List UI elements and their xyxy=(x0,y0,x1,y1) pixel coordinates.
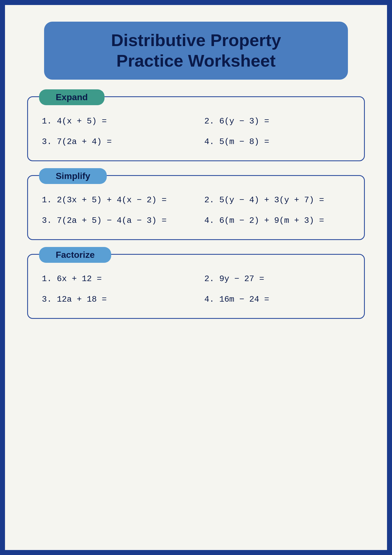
expand-section: Expand 1. 4(x + 5) = 2. 6(y − 3) = 3. 7(… xyxy=(27,96,365,161)
factorize-header: Factorize xyxy=(39,247,111,263)
title-banner: Distributive Property Practice Worksheet xyxy=(44,22,348,80)
page-title: Distributive Property Practice Worksheet xyxy=(66,30,326,71)
simplify-problem-3: 3. 7(2a + 5) − 4(a − 3) = xyxy=(42,216,188,225)
simplify-problem-2: 2. 5(y − 4) + 3(y + 7) = xyxy=(204,195,350,205)
factorize-problem-1: 1. 6x + 12 = xyxy=(42,274,188,284)
simplify-problem-1: 1. 2(3x + 5) + 4(x − 2) = xyxy=(42,195,188,205)
simplify-header: Simplify xyxy=(39,168,107,184)
expand-header: Expand xyxy=(39,89,105,105)
factorize-problem-3: 3. 12a + 18 = xyxy=(42,295,188,304)
expand-problems-grid: 1. 4(x + 5) = 2. 6(y − 3) = 3. 7(2a + 4)… xyxy=(42,117,350,147)
worksheet-page: Distributive Property Practice Worksheet… xyxy=(0,0,392,555)
expand-problem-4: 4. 5(m − 8) = xyxy=(204,137,350,147)
simplify-section: Simplify 1. 2(3x + 5) + 4(x − 2) = 2. 5(… xyxy=(27,175,365,240)
factorize-problem-2: 2. 9y − 27 = xyxy=(204,274,350,284)
simplify-problem-4: 4. 6(m − 2) + 9(m + 3) = xyxy=(204,216,350,225)
simplify-problems-grid: 1. 2(3x + 5) + 4(x − 2) = 2. 5(y − 4) + … xyxy=(42,195,350,225)
expand-problem-2: 2. 6(y − 3) = xyxy=(204,117,350,126)
expand-problem-1: 1. 4(x + 5) = xyxy=(42,117,188,126)
factorize-section: Factorize 1. 6x + 12 = 2. 9y − 27 = 3. 1… xyxy=(27,254,365,319)
factorize-problem-4: 4. 16m − 24 = xyxy=(204,295,350,304)
factorize-problems-grid: 1. 6x + 12 = 2. 9y − 27 = 3. 12a + 18 = … xyxy=(42,274,350,304)
expand-problem-3: 3. 7(2a + 4) = xyxy=(42,137,188,147)
